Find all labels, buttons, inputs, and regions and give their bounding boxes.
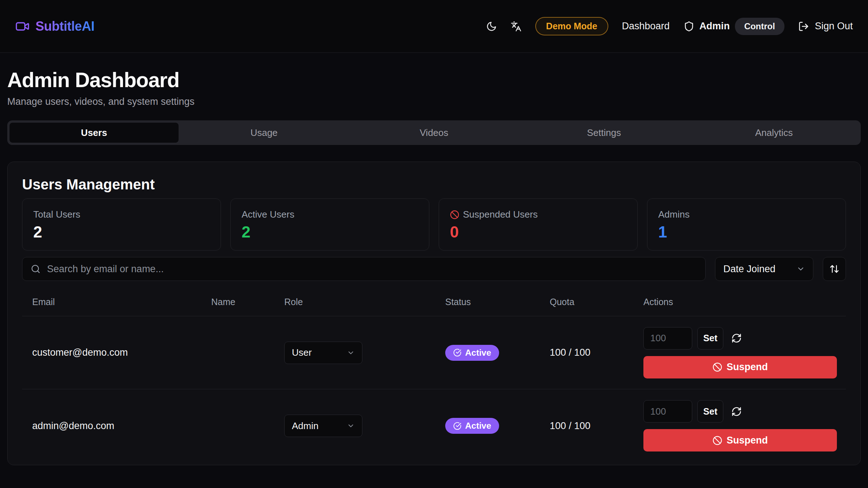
suspend-label: Suspend — [727, 435, 768, 446]
actions-cell: Set — [633, 400, 846, 451]
stat-card-suspended-users: Suspended Users 0 — [439, 198, 638, 251]
stat-value: 2 — [33, 223, 210, 241]
logout-icon — [798, 21, 809, 32]
column-quota: Quota — [540, 297, 633, 307]
status-badge: Active — [445, 345, 499, 361]
table-toolbar: Date Joined — [22, 257, 846, 281]
quota-value: 100 / 100 — [540, 347, 633, 358]
reset-quota-button[interactable] — [731, 333, 742, 343]
user-email: admin@demo.com — [22, 420, 201, 432]
column-actions: Actions — [633, 297, 846, 307]
tab-videos[interactable]: Videos — [349, 122, 519, 143]
sort-direction-button[interactable] — [823, 257, 846, 281]
control-badge: Control — [735, 18, 784, 35]
admin-label: Admin — [699, 21, 730, 32]
check-circle-icon — [453, 422, 461, 430]
sort-field-select[interactable]: Date Joined — [715, 257, 813, 281]
page-subtitle: Manage users, videos, and system setting… — [7, 96, 861, 107]
language-toggle-button[interactable] — [511, 21, 522, 32]
moon-icon — [486, 21, 497, 32]
main-content: Admin Dashboard Manage users, videos, an… — [0, 68, 868, 465]
suspend-label: Suspend — [727, 361, 768, 373]
chevron-down-icon — [796, 265, 805, 273]
quota-input[interactable] — [643, 400, 692, 423]
ban-icon — [450, 210, 459, 219]
theme-toggle-button[interactable] — [486, 21, 497, 32]
chevron-down-icon — [347, 422, 355, 430]
suspend-button[interactable]: Suspend — [643, 429, 837, 451]
navbar: SubtitleAI Demo Mode Dashboard — [0, 0, 868, 53]
ban-icon — [712, 362, 722, 372]
status-label: Active — [465, 348, 491, 358]
stat-label: Total Users — [33, 209, 80, 220]
tab-analytics[interactable]: Analytics — [689, 122, 859, 143]
role-value: User — [292, 347, 312, 358]
quota-input[interactable] — [643, 327, 692, 350]
suspend-button[interactable]: Suspend — [643, 356, 837, 378]
stat-label: Active Users — [242, 209, 294, 220]
sort-icon — [829, 264, 839, 274]
table-row: customer@demo.com User — [22, 316, 846, 389]
stat-value: 1 — [658, 223, 835, 241]
table-header: Email Name Role Status Quota Actions — [22, 282, 846, 316]
search-input[interactable] — [22, 257, 706, 281]
users-table: Email Name Role Status Quota Actions cus… — [22, 282, 846, 462]
tab-settings[interactable]: Settings — [519, 122, 689, 143]
admin-indicator: Admin Control — [684, 18, 784, 35]
actions-cell: Set — [633, 327, 846, 378]
users-management-panel: Users Management Total Users 2 Active Us… — [7, 162, 861, 465]
stat-card-total-users: Total Users 2 — [22, 198, 221, 251]
role-select[interactable]: Admin — [284, 415, 362, 437]
tab-usage[interactable]: Usage — [179, 122, 349, 143]
column-role: Role — [274, 297, 435, 307]
reset-quota-button[interactable] — [731, 406, 742, 417]
set-quota-button[interactable]: Set — [697, 327, 723, 350]
stat-label: Admins — [658, 209, 690, 220]
dashboard-link[interactable]: Dashboard — [622, 21, 670, 32]
tab-users[interactable]: Users — [9, 122, 179, 143]
page-title: Admin Dashboard — [7, 68, 861, 92]
stat-label: Suspended Users — [463, 209, 538, 220]
column-status: Status — [435, 297, 540, 307]
search-icon — [31, 264, 41, 274]
shield-icon — [684, 21, 694, 32]
search-wrapper — [22, 257, 706, 281]
user-email: customer@demo.com — [22, 347, 201, 358]
ban-icon — [712, 436, 722, 445]
tab-bar: Users Usage Videos Settings Analytics — [7, 120, 861, 145]
brand[interactable]: SubtitleAI — [15, 19, 94, 34]
sign-out-button[interactable]: Sign Out — [798, 21, 853, 32]
brand-name: SubtitleAI — [35, 19, 94, 34]
sort-field-value: Date Joined — [723, 264, 775, 275]
status-badge: Active — [445, 418, 499, 434]
chevron-down-icon — [347, 349, 355, 357]
refresh-icon — [731, 333, 742, 343]
stat-cards: Total Users 2 Active Users 2 Suspended U… — [22, 198, 846, 251]
stat-card-active-users: Active Users 2 — [230, 198, 429, 251]
check-circle-icon — [453, 348, 461, 357]
role-select[interactable]: User — [284, 342, 362, 364]
refresh-icon — [731, 406, 742, 417]
table-row: admin@demo.com Admin — [22, 389, 846, 462]
demo-mode-badge: Demo Mode — [535, 17, 608, 35]
video-icon — [15, 19, 30, 34]
status-label: Active — [465, 421, 491, 431]
panel-title: Users Management — [22, 176, 846, 193]
column-email: Email — [22, 297, 201, 307]
languages-icon — [511, 21, 522, 32]
column-name: Name — [201, 297, 274, 307]
stat-value: 0 — [450, 223, 626, 241]
quota-value: 100 / 100 — [540, 420, 633, 432]
sign-out-label: Sign Out — [815, 21, 853, 32]
navbar-actions: Demo Mode Dashboard Admin Control Sign O… — [486, 17, 853, 35]
role-value: Admin — [292, 420, 319, 432]
set-quota-button[interactable]: Set — [697, 400, 723, 423]
stat-card-admins: Admins 1 — [647, 198, 846, 251]
stat-value: 2 — [242, 223, 418, 241]
